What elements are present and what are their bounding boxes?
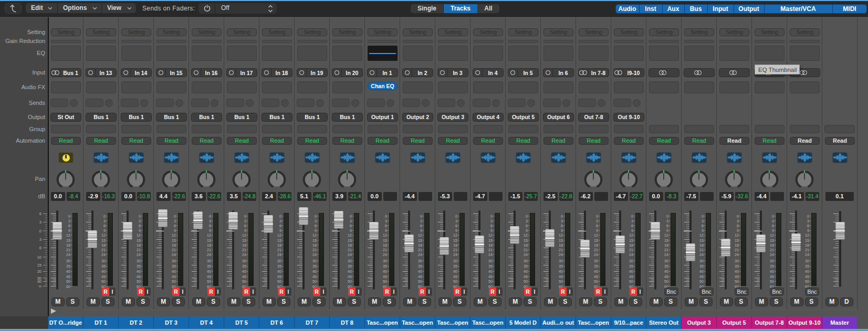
- svg-text:45: 45: [66, 274, 70, 279]
- svg-text:50: 50: [172, 279, 176, 284]
- svg-text:6: 6: [702, 223, 704, 228]
- svg-text:3: 3: [279, 219, 281, 223]
- svg-text:3: 3: [209, 219, 211, 223]
- svg-text:3: 3: [455, 219, 457, 223]
- svg-text:30: 30: [664, 259, 668, 263]
- svg-text:50: 50: [66, 279, 70, 284]
- svg-text:40: 40: [383, 269, 387, 274]
- svg-text:40: 40: [207, 269, 211, 274]
- svg-text:9: 9: [68, 228, 70, 233]
- svg-text:40: 40: [101, 269, 106, 274]
- svg-text:18: 18: [770, 243, 774, 248]
- svg-text:45: 45: [594, 274, 598, 279]
- svg-text:40: 40: [172, 269, 176, 274]
- svg-text:24: 24: [101, 252, 106, 257]
- svg-text:15: 15: [699, 238, 704, 243]
- svg-text:6: 6: [596, 223, 598, 228]
- svg-text:40: 40: [37, 279, 41, 284]
- svg-text:12: 12: [207, 233, 211, 238]
- svg-text:24: 24: [770, 252, 774, 257]
- svg-text:45: 45: [770, 274, 774, 279]
- svg-text:45: 45: [137, 274, 141, 279]
- svg-text:35: 35: [312, 264, 317, 269]
- svg-text:30: 30: [172, 259, 176, 263]
- svg-text:24: 24: [242, 252, 246, 257]
- svg-text:40: 40: [524, 269, 528, 274]
- svg-text:3: 3: [807, 219, 809, 223]
- svg-text:12: 12: [348, 233, 352, 238]
- svg-text:50: 50: [488, 279, 493, 284]
- svg-text:35: 35: [770, 264, 774, 269]
- svg-text:50: 50: [664, 279, 668, 284]
- svg-text:24: 24: [66, 252, 70, 257]
- svg-text:9: 9: [631, 228, 633, 233]
- svg-text:15: 15: [524, 238, 528, 243]
- svg-text:0: 0: [702, 214, 704, 219]
- svg-text:18: 18: [418, 243, 422, 248]
- svg-text:12: 12: [172, 233, 176, 238]
- svg-text:18: 18: [66, 243, 70, 248]
- svg-text:50: 50: [453, 279, 457, 284]
- svg-text:40: 40: [66, 269, 70, 274]
- svg-text:9: 9: [174, 228, 176, 233]
- svg-text:30: 30: [312, 259, 317, 263]
- svg-text:35: 35: [524, 264, 528, 269]
- svg-text:0: 0: [631, 214, 633, 219]
- svg-text:24: 24: [735, 252, 739, 257]
- svg-text:0: 0: [350, 214, 352, 219]
- svg-text:40: 40: [559, 269, 563, 274]
- svg-text:45: 45: [805, 274, 809, 279]
- svg-text:3: 3: [385, 219, 387, 223]
- svg-text:18: 18: [101, 243, 106, 248]
- svg-text:18: 18: [559, 243, 563, 248]
- svg-text:45: 45: [664, 274, 668, 279]
- svg-text:15: 15: [664, 238, 668, 243]
- svg-text:15: 15: [137, 238, 141, 243]
- svg-text:9: 9: [807, 228, 809, 233]
- svg-text:15: 15: [629, 238, 633, 243]
- svg-text:40: 40: [137, 269, 141, 274]
- svg-text:50: 50: [418, 279, 422, 284]
- svg-text:30: 30: [277, 259, 281, 263]
- svg-text:0: 0: [139, 214, 141, 219]
- svg-text:21: 21: [66, 248, 70, 252]
- svg-text:45: 45: [383, 274, 387, 279]
- svg-text:18: 18: [242, 243, 246, 248]
- svg-text:18: 18: [735, 243, 739, 248]
- svg-text:24: 24: [805, 252, 809, 257]
- svg-text:45: 45: [735, 274, 739, 279]
- svg-text:18: 18: [699, 243, 704, 248]
- svg-text:24: 24: [418, 252, 422, 257]
- svg-text:3: 3: [39, 220, 41, 225]
- svg-text:18: 18: [277, 243, 281, 248]
- svg-text:15: 15: [383, 238, 387, 243]
- svg-text:21: 21: [735, 248, 739, 252]
- svg-text:3: 3: [561, 219, 563, 223]
- svg-text:40: 40: [242, 269, 246, 274]
- svg-text:0: 0: [561, 214, 563, 219]
- svg-text:9: 9: [666, 228, 668, 233]
- svg-text:35: 35: [348, 264, 352, 269]
- svg-text:12: 12: [559, 233, 563, 238]
- svg-text:12: 12: [453, 233, 457, 238]
- svg-text:30: 30: [805, 259, 809, 263]
- svg-text:45: 45: [348, 274, 352, 279]
- svg-text:35: 35: [207, 264, 211, 269]
- svg-text:30: 30: [453, 259, 457, 263]
- svg-text:21: 21: [559, 248, 563, 252]
- svg-text:3: 3: [666, 219, 668, 223]
- svg-text:35: 35: [242, 264, 246, 269]
- svg-text:24: 24: [312, 252, 317, 257]
- svg-text:30: 30: [735, 259, 739, 263]
- svg-text:3: 3: [420, 219, 422, 223]
- svg-text:18: 18: [312, 243, 317, 248]
- svg-text:9: 9: [737, 228, 739, 233]
- svg-text:6: 6: [737, 223, 739, 228]
- svg-text:0: 0: [420, 214, 422, 219]
- svg-text:40: 40: [594, 269, 598, 274]
- svg-text:12: 12: [383, 233, 387, 238]
- svg-text:6: 6: [807, 223, 809, 228]
- svg-text:35: 35: [383, 264, 387, 269]
- svg-text:3: 3: [737, 219, 739, 223]
- svg-text:35: 35: [664, 264, 668, 269]
